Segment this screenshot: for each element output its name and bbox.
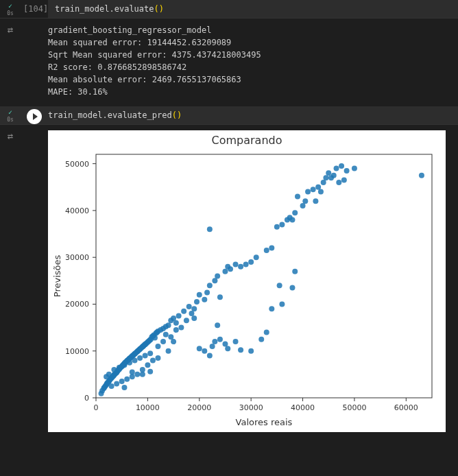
svg-point-123 [228, 266, 233, 272]
svg-point-163 [171, 339, 176, 344]
svg-text:10000: 10000 [136, 403, 160, 412]
collapse-icon[interactable]: ⇄ [8, 130, 13, 439]
code-input[interactable]: train_model.evaluate_pred() [48, 106, 458, 124]
svg-point-137 [295, 193, 300, 199]
svg-point-152 [339, 163, 344, 169]
svg-text:20000: 20000 [187, 403, 211, 412]
svg-point-149 [331, 173, 337, 178]
svg-point-206 [168, 334, 173, 340]
svg-point-147 [326, 170, 331, 176]
svg-text:60000: 60000 [394, 403, 418, 412]
svg-point-182 [289, 285, 295, 291]
cell-gutter: ✓ 0s [0, 106, 21, 124]
output-line: Mean absolute error: 2469.7655137065863 [48, 73, 451, 86]
svg-point-209 [184, 318, 189, 323]
svg-point-125 [238, 264, 243, 270]
svg-point-198 [140, 367, 145, 372]
svg-point-110 [181, 309, 186, 314]
svg-text:Valores reais: Valores reais [236, 417, 293, 427]
svg-point-154 [344, 168, 350, 174]
code-input[interactable]: train_model.evaluate() [48, 0, 458, 18]
svg-text:0: 0 [84, 394, 89, 403]
svg-point-186 [109, 383, 114, 389]
svg-point-205 [163, 332, 169, 337]
svg-text:50000: 50000 [342, 403, 366, 412]
run-button[interactable] [21, 106, 48, 124]
svg-text:40000: 40000 [291, 403, 315, 412]
svg-point-191 [121, 362, 127, 368]
svg-point-164 [197, 346, 202, 351]
svg-point-174 [233, 339, 239, 344]
svg-point-188 [114, 381, 119, 387]
svg-point-185 [106, 372, 112, 377]
svg-point-177 [258, 337, 264, 342]
svg-point-141 [311, 187, 316, 192]
svg-point-119 [215, 274, 220, 279]
svg-point-199 [143, 353, 148, 359]
svg-point-194 [130, 374, 135, 379]
svg-point-136 [292, 210, 298, 215]
svg-text:0: 0 [94, 403, 99, 412]
play-icon [27, 109, 42, 124]
check-icon: ✓ [8, 109, 12, 116]
svg-point-195 [132, 357, 138, 363]
svg-point-178 [264, 329, 269, 335]
svg-point-144 [318, 189, 324, 195]
svg-rect-1 [96, 154, 432, 398]
svg-point-170 [215, 322, 220, 328]
svg-text:30000: 30000 [65, 253, 89, 262]
svg-point-129 [264, 248, 269, 253]
exec-time: 0s [7, 117, 14, 123]
exec-count: [104] [21, 0, 48, 18]
output-text: gradient_boosting_regressor_model Mean s… [21, 19, 458, 106]
svg-point-159 [140, 372, 145, 377]
scatter-chart: Comparando010000200003000040000500006000… [48, 130, 446, 432]
svg-point-105 [166, 322, 171, 328]
output-block-2: ⇄ Comparando0100002000030000400005000060… [0, 125, 458, 439]
collapse-icon[interactable]: ⇄ [8, 24, 13, 106]
output-gutter: ⇄ [0, 19, 21, 106]
svg-point-153 [341, 178, 347, 183]
svg-text:30000: 30000 [239, 403, 263, 412]
svg-point-145 [321, 180, 326, 185]
svg-point-183 [292, 269, 298, 274]
svg-point-172 [222, 341, 228, 346]
output-block-1: ⇄ gradient_boosting_regressor_model Mean… [0, 19, 458, 106]
svg-point-176 [248, 348, 254, 354]
svg-text:40000: 40000 [65, 206, 89, 215]
svg-point-112 [191, 306, 197, 311]
svg-point-193 [127, 360, 132, 366]
svg-point-114 [197, 292, 202, 298]
svg-point-117 [207, 283, 213, 288]
output-gutter: ⇄ [0, 125, 21, 439]
svg-point-175 [238, 347, 243, 353]
svg-point-204 [160, 339, 166, 344]
chart-output: Comparando010000200003000040000500006000… [21, 125, 458, 439]
check-icon: ✓ [8, 3, 12, 10]
svg-point-126 [243, 261, 249, 267]
svg-point-118 [212, 278, 217, 283]
svg-point-98 [152, 335, 158, 341]
chart-figure: Comparando010000200003000040000500006000… [48, 130, 446, 432]
svg-point-140 [305, 189, 311, 195]
svg-point-146 [323, 175, 328, 180]
svg-point-187 [111, 367, 117, 372]
svg-point-113 [194, 299, 200, 305]
svg-point-208 [178, 325, 184, 331]
svg-point-211 [191, 316, 197, 321]
output-line: Sqrt Mean squared error: 4375.4374218003… [48, 49, 451, 61]
output-line: Mean squared error: 19144452.63209089 [48, 36, 451, 49]
svg-text:Comparando: Comparando [212, 134, 282, 147]
svg-point-189 [117, 365, 122, 370]
svg-point-207 [173, 327, 179, 333]
svg-point-169 [212, 339, 217, 344]
svg-point-180 [277, 283, 282, 288]
svg-text:10000: 10000 [65, 347, 89, 356]
svg-point-155 [352, 165, 357, 171]
svg-point-115 [202, 297, 207, 302]
svg-point-157 [121, 385, 127, 390]
svg-text:20000: 20000 [65, 300, 89, 309]
svg-point-130 [269, 246, 274, 251]
svg-point-200 [145, 362, 150, 368]
svg-point-171 [217, 337, 223, 342]
